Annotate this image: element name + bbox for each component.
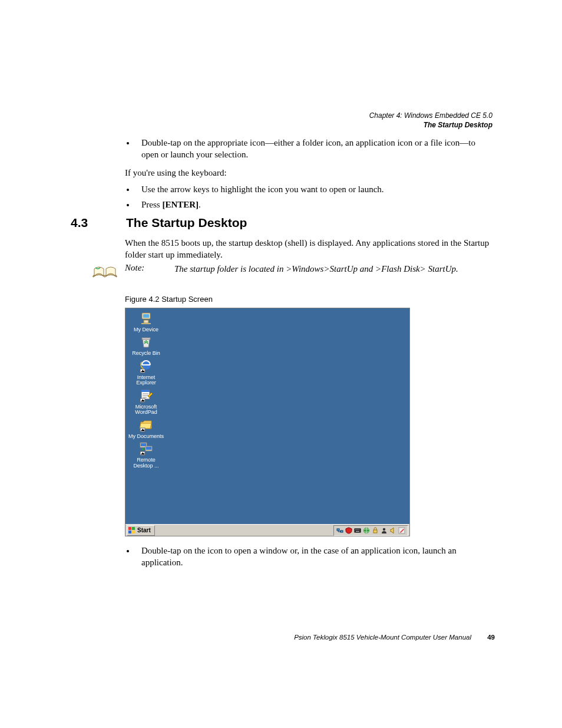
figure-caption: Figure 4.2 Startup Screen (125, 295, 213, 304)
after-figure-block: Double-tap on the icon to open a window … (125, 545, 492, 575)
tray-user-icon[interactable] (381, 527, 388, 534)
desktop-icon-label: Remote Desktop ... (133, 457, 158, 468)
svg-rect-2 (144, 320, 148, 323)
book-icon (92, 264, 118, 281)
note-row: Note: The startup folder is located in >… (92, 263, 492, 281)
my-device-icon (138, 311, 154, 326)
page: Chapter 4: Windows Embedded CE 5.0 The S… (0, 0, 562, 728)
svg-rect-28 (356, 529, 357, 530)
tray-stylus-icon[interactable] (398, 527, 405, 534)
svg-rect-23 (132, 531, 135, 533)
desktop-icon-internet-explorer[interactable]: Internet Explorer (128, 358, 164, 386)
svg-rect-21 (132, 527, 135, 530)
header-section: The Startup Desktop (369, 120, 492, 130)
intro-bullet-3-post: . (199, 200, 201, 209)
svg-rect-8 (141, 390, 150, 392)
taskbar: Start (125, 524, 409, 536)
desktop-icon-microsoft-wordpad[interactable]: Microsoft WordPad (128, 388, 164, 416)
intro-bullet-3-pre: Press (141, 200, 162, 209)
desktop-icon-label: My Device (134, 327, 158, 332)
after-bullet: Double-tap on the icon to open a window … (135, 545, 492, 569)
svg-rect-29 (358, 529, 358, 530)
svg-rect-3 (141, 323, 151, 324)
svg-rect-4 (142, 338, 150, 340)
intro-bullet-3: Press [ENTER]. (135, 199, 492, 210)
svg-point-18 (142, 448, 144, 450)
svg-point-34 (383, 528, 385, 530)
svg-rect-26 (355, 529, 361, 532)
desktop-icon-remote-desktop[interactable]: Remote Desktop ... (128, 441, 164, 469)
wordpad-icon (138, 388, 154, 403)
enter-key: [ENTER] (162, 200, 199, 209)
note-label: Note: (125, 263, 167, 273)
svg-rect-20 (128, 527, 131, 530)
svg-rect-24 (337, 529, 339, 531)
internet-explorer-icon (138, 358, 154, 374)
svg-rect-1 (143, 314, 149, 318)
section-para: When the 8515 boots up, the startup desk… (125, 237, 492, 261)
intro-bullet-1: Double-tap on the appropriate icon—eithe… (135, 137, 492, 161)
start-button[interactable]: Start (127, 525, 155, 536)
start-label: Start (137, 527, 151, 533)
footer-text: Psion Teklogix 8515 Vehicle-Mount Comput… (294, 634, 471, 641)
running-header: Chapter 4: Windows Embedded CE 5.0 The S… (369, 111, 492, 130)
desktop-icon-label: My Documents (128, 433, 164, 439)
intro-block: Double-tap on the appropriate icon—eithe… (125, 137, 492, 216)
desktop-icon-label: Microsoft WordPad (135, 404, 157, 415)
svg-rect-27 (355, 529, 356, 530)
recycle-bin-icon (138, 334, 154, 350)
tray-lock-icon[interactable] (372, 527, 379, 534)
section-body: When the 8515 boots up, the startup desk… (125, 235, 492, 266)
tray-world-icon[interactable] (363, 527, 370, 534)
my-documents-icon (138, 417, 154, 433)
startup-screenshot: My Device Recycle Bin Internet Explorer … (125, 308, 410, 536)
svg-rect-31 (356, 531, 359, 532)
tray-shield-icon[interactable] (345, 527, 352, 534)
section-title: The Startup Desktop (126, 216, 247, 230)
svg-rect-30 (359, 529, 359, 530)
section-number: 4.3 (71, 216, 124, 230)
remote-desktop-icon (138, 441, 154, 456)
tray-network-icon[interactable] (336, 527, 343, 534)
system-tray[interactable] (333, 525, 408, 536)
desktop-icon-label: Recycle Bin (132, 350, 160, 356)
windows-flag-icon (128, 527, 135, 534)
desktop-icon-label: Internet Explorer (136, 374, 156, 386)
svg-rect-25 (340, 531, 343, 532)
keyboard-lead: If you're using the keyboard: (125, 167, 492, 179)
desktop-icon-recycle-bin[interactable]: Recycle Bin (128, 334, 164, 356)
desktop-icon-my-device[interactable]: My Device (128, 311, 164, 332)
desktop-icons: My Device Recycle Bin Internet Explorer … (128, 311, 169, 470)
svg-rect-22 (128, 531, 131, 533)
note-text: The startup folder is located in >Window… (174, 263, 458, 275)
svg-rect-15 (141, 443, 146, 446)
desktop-icon-my-documents[interactable]: My Documents (128, 417, 164, 439)
tray-volume-icon[interactable] (389, 527, 396, 534)
svg-rect-33 (373, 530, 377, 533)
page-footer: Psion Teklogix 8515 Vehicle-Mount Comput… (71, 634, 495, 641)
section-heading-row: 4.3 The Startup Desktop (71, 216, 492, 230)
intro-bullet-2: Use the arrow keys to highlight the icon… (135, 183, 492, 195)
tray-keyboard-icon[interactable] (354, 527, 361, 534)
header-chapter: Chapter 4: Windows Embedded CE 5.0 (369, 111, 492, 120)
page-number: 49 (487, 634, 495, 641)
svg-rect-17 (146, 447, 151, 450)
